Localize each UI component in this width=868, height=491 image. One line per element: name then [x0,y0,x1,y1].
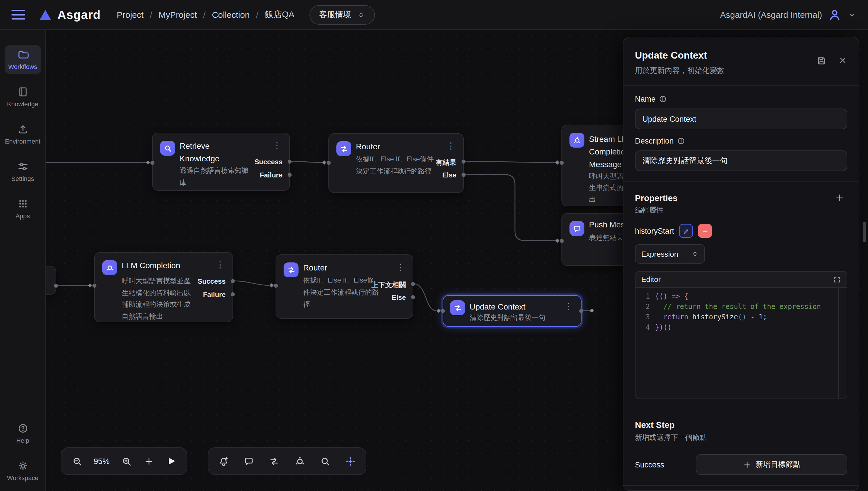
add-property-icon[interactable] [831,190,847,206]
node-description: 依據If、Else If、Else條件決定工作流程執行的路徑 [356,153,439,177]
zoom-in-icon[interactable] [119,453,134,469]
input-port[interactable] [150,161,154,165]
node-update-context[interactable]: Update Context ⋮ 清除歷史對話留最後一句 [443,295,581,327]
output-port[interactable] [288,173,292,177]
sidebar-item-workflows[interactable]: Workflows [4,45,41,74]
remove-property-icon[interactable] [698,224,712,238]
save-icon[interactable] [816,56,827,66]
output-port[interactable] [231,292,235,296]
expression-editor[interactable]: Editor 1234 (() => { // return the resul… [635,271,847,399]
node-router-bottom[interactable]: Router ⋮ 依據If、Else If、Else條件決定工作流程執行的路徑 … [275,254,413,319]
name-input[interactable] [635,109,847,129]
editor-scrollbar[interactable] [838,288,839,399]
sidebar-item-settings[interactable]: Settings [4,157,41,186]
message-node-icon[interactable] [241,453,257,469]
node-output-label: Success [255,158,282,166]
sidebar-item-help[interactable]: Help [4,418,41,448]
retrieve-node-icon[interactable] [317,453,333,469]
sidebar-item-workspace[interactable]: Workspace [4,456,41,485]
next-step-subtitle: 新增或選擇下一個節點 [635,433,847,443]
breadcrumb-item[interactable]: Collection [212,10,250,20]
input-port[interactable] [327,161,331,165]
llm-node-icon[interactable] [292,453,308,469]
menu-icon[interactable] [11,9,25,20]
node-description: 清除歷史對話留最後一句 [470,312,573,324]
expand-editor-icon[interactable] [833,276,841,283]
output-port[interactable] [461,173,466,177]
account-label: AsgardAI (Asgard Internal) [720,10,822,20]
output-port[interactable] [54,284,58,288]
breadcrumb-item[interactable]: Project [117,10,144,20]
info-icon[interactable] [659,95,666,103]
output-port[interactable] [411,282,415,286]
sidebar-item-environment[interactable]: Environment [4,119,41,149]
node-output-label: 上下文相關 [371,280,406,290]
add-target-node-button[interactable]: 新增目標節點 [696,454,847,475]
input-port[interactable] [560,161,564,165]
run-workflow-icon[interactable] [163,453,179,469]
description-input[interactable] [635,150,847,171]
output-port[interactable] [288,160,292,164]
next-step-output-label: Success [635,460,664,469]
node-menu-icon[interactable]: ⋮ [562,300,576,312]
input-port[interactable] [560,239,564,243]
select-updown-icon [357,11,365,19]
breadcrumb-item[interactable]: MyProject [158,10,197,20]
account-avatar-icon[interactable] [828,8,842,22]
node-output-label: Failure [203,291,226,299]
info-icon[interactable] [677,137,685,145]
node-llm-completion[interactable]: LLM Completion ⋮ 呼叫大型語言模型並產生結構化的資料輸出以輔助流… [94,252,233,322]
panel-subtitle: 用於更新內容，初始化變數 [635,65,847,76]
breadcrumb-separator: / [250,10,265,20]
environment-selector[interactable]: 客服情境 [309,5,375,24]
sidebar-item-knowledge[interactable]: Knowledge [4,82,41,111]
property-type-select[interactable]: Expression [635,244,705,264]
sidebar-item-label: Knowledge [7,100,38,107]
next-step-heading: Next Step [635,420,847,430]
add-node-icon[interactable] [141,453,156,469]
sidebar-item-apps[interactable]: Apps [4,194,41,223]
close-icon[interactable] [838,56,847,65]
output-port[interactable] [461,160,466,164]
page-scrollbar-thumb[interactable] [863,222,866,242]
properties-heading: Properties [635,193,678,202]
node-palette-toolbar [208,447,366,475]
edit-property-icon[interactable] [680,224,693,238]
zoom-toolbar: 95% [61,447,187,475]
node-menu-icon[interactable]: ⋮ [270,140,284,151]
router-icon [336,141,351,156]
input-port[interactable] [92,284,96,288]
node-router-top[interactable]: Router ⋮ 依據If、Else If、Else條件決定工作流程執行的路徑 … [328,133,464,193]
node-retrieve-knowledge[interactable]: Retrieve Knowledge ⋮ 透過自然語言檢索知識庫 Success… [152,133,290,191]
node-title: Router [303,261,366,274]
node-title: LLM Completion [122,259,190,271]
node-description: 呼叫大型語言模型並產生結構化的資料輸出以輔助流程的決策或生成自然語言輸出 [122,275,193,322]
notification-node-icon[interactable] [215,453,231,469]
node-title: Update Context [470,300,556,313]
router-node-icon[interactable] [266,453,282,469]
editor-code[interactable]: (() => { // return the result of the exp… [655,291,847,333]
zoom-out-icon[interactable] [69,453,84,469]
node-trigger-fragment[interactable] [46,266,56,295]
apps-grid-icon [17,198,28,210]
output-port[interactable] [231,279,235,283]
node-menu-icon[interactable]: ⋮ [213,259,227,270]
app: Asgard Project / MyProject / Collection … [0,0,868,491]
node-menu-icon[interactable]: ⋮ [444,140,458,152]
add-target-plus-icon [743,460,751,469]
update-context-node-icon[interactable] [343,453,359,469]
output-port[interactable] [411,295,415,299]
node-menu-icon[interactable]: ⋮ [393,261,408,273]
breadcrumb-separator: / [197,10,212,20]
property-name: historyStart [635,227,674,235]
input-port[interactable] [274,284,278,288]
settings-sliders-icon [17,161,28,172]
node-output-label: 有結果 [436,158,456,168]
input-port[interactable] [441,309,445,313]
node-output-label: Else [392,293,406,301]
node-output-label: Success [198,278,226,285]
output-port[interactable] [579,309,583,313]
chevron-down-icon[interactable] [847,10,857,19]
property-type-value: Expression [641,250,678,258]
sidebar-item-label: Workflows [8,63,37,70]
